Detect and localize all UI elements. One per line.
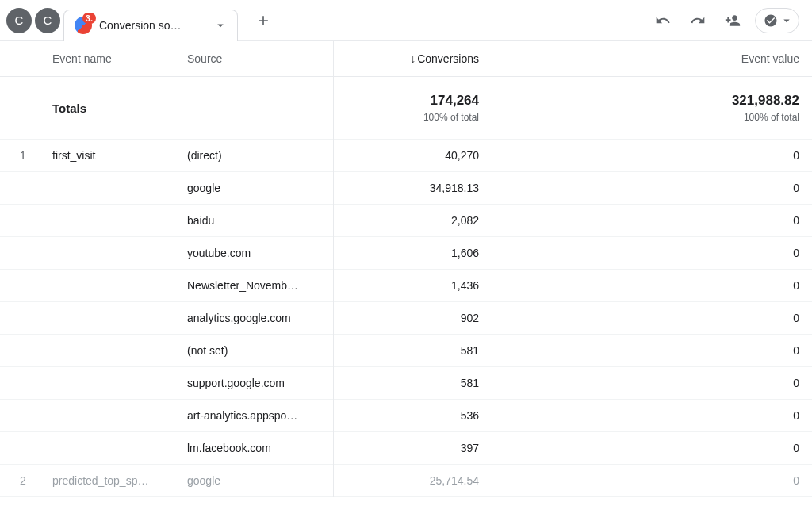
table-row[interactable]: google34,918.130	[0, 172, 812, 205]
row-source: google	[174, 465, 333, 497]
row-event-name: predicted_top_sp…	[40, 465, 174, 497]
row-event-value: 0	[492, 465, 812, 497]
totals-event-value-sub: 100% of total	[504, 112, 799, 123]
row-event-value: 0	[492, 270, 812, 302]
insights-button[interactable]	[755, 8, 799, 33]
row-index	[0, 205, 40, 237]
sort-down-icon: ↓	[410, 52, 416, 65]
row-conversions: 397	[333, 432, 492, 465]
row-source: baidu	[174, 205, 333, 237]
row-index	[0, 172, 40, 205]
row-event-name	[40, 367, 174, 400]
person-add-icon	[725, 13, 741, 29]
row-index	[0, 270, 40, 302]
row-event-name	[40, 432, 174, 465]
row-source: analytics.google.com	[174, 302, 333, 335]
table-row[interactable]: (not set)5810	[0, 335, 812, 367]
row-conversions: 25,714.54	[333, 465, 492, 497]
row-event-value: 0	[492, 335, 812, 367]
redo-icon	[690, 13, 706, 29]
col-index-header	[0, 41, 40, 77]
row-index	[0, 367, 40, 400]
col-source-header[interactable]: Source	[174, 41, 333, 77]
totals-conversions-value: 174,264	[347, 93, 480, 109]
add-tab-button[interactable]	[247, 5, 279, 36]
row-event-value: 0	[492, 205, 812, 237]
row-event-name	[40, 400, 174, 432]
col-event-value-header[interactable]: Event value	[492, 41, 812, 77]
table-row[interactable]: support.google.com5810	[0, 367, 812, 400]
row-conversions: 581	[333, 335, 492, 367]
row-event-name	[40, 335, 174, 367]
table-row[interactable]: analytics.google.com9020	[0, 302, 812, 335]
row-event-value: 0	[492, 172, 812, 205]
row-event-name	[40, 302, 174, 335]
tab-pinned-2[interactable]: C	[35, 8, 60, 33]
row-source: (direct)	[174, 140, 333, 172]
table-row[interactable]: 1first_visit(direct)40,2700	[0, 140, 812, 172]
row-event-name	[40, 205, 174, 237]
row-source: Newsletter_Novemb…	[174, 270, 333, 302]
tab-icon: 3.	[74, 16, 93, 35]
chevron-down-icon	[779, 13, 794, 28]
report-table-container[interactable]: Event name Source ↓Conversions Event val…	[0, 41, 812, 521]
chevron-down-icon[interactable]	[213, 18, 228, 33]
row-conversions: 1,436	[333, 270, 492, 302]
totals-event-value: 321,988.82	[504, 93, 799, 109]
totals-row: Totals 174,264 100% of total 321,988.82 …	[0, 77, 812, 140]
toolbar-right	[650, 8, 806, 33]
table-row[interactable]: youtube.com1,6060	[0, 237, 812, 270]
redo-button[interactable]	[685, 8, 710, 33]
row-index	[0, 302, 40, 335]
tab-badge: 3.	[82, 13, 96, 24]
row-conversions: 34,918.13	[333, 172, 492, 205]
row-index	[0, 432, 40, 465]
undo-button[interactable]	[650, 8, 676, 33]
tab-pinned-1[interactable]: C	[6, 8, 32, 33]
row-conversions: 536	[333, 400, 492, 432]
row-index	[0, 237, 40, 270]
row-source: (not set)	[174, 335, 333, 367]
tab-title: Conversion so…	[99, 19, 182, 32]
share-button[interactable]	[720, 8, 745, 33]
table-row[interactable]: lm.facebook.com3970	[0, 432, 812, 465]
row-index	[0, 335, 40, 367]
row-event-value: 0	[492, 140, 812, 172]
row-source: support.google.com	[174, 367, 333, 400]
row-source: google	[174, 172, 333, 205]
plus-icon	[255, 13, 271, 29]
row-event-name: first_visit	[40, 140, 174, 172]
row-conversions: 2,082	[333, 205, 492, 237]
row-event-value: 0	[492, 400, 812, 432]
row-conversions: 581	[333, 367, 492, 400]
row-event-value: 0	[492, 367, 812, 400]
row-event-name	[40, 172, 174, 205]
row-index	[0, 400, 40, 432]
row-event-name	[40, 237, 174, 270]
row-index: 2	[0, 465, 40, 497]
table-row[interactable]: art-analytics.appspo…5360	[0, 400, 812, 432]
row-conversions: 902	[333, 302, 492, 335]
row-index: 1	[0, 140, 40, 172]
row-event-value: 0	[492, 432, 812, 465]
undo-icon	[655, 13, 671, 29]
row-source: youtube.com	[174, 237, 333, 270]
totals-conversions-sub: 100% of total	[347, 112, 480, 123]
row-event-value: 0	[492, 302, 812, 335]
col-conversions-label: Conversions	[417, 52, 479, 65]
col-conversions-header[interactable]: ↓Conversions	[333, 41, 492, 77]
tab-bar: C C 3. Conversion so…	[0, 0, 812, 41]
table-row[interactable]: Newsletter_Novemb…1,4360	[0, 270, 812, 302]
row-source: art-analytics.appspo…	[174, 400, 333, 432]
totals-label: Totals	[40, 77, 174, 140]
row-event-value: 0	[492, 237, 812, 270]
tab-active[interactable]: 3. Conversion so…	[63, 10, 238, 41]
check-circle-icon	[764, 13, 778, 28]
table-row[interactable]: 2predicted_top_sp…google25,714.540	[0, 465, 812, 497]
row-source: lm.facebook.com	[174, 432, 333, 465]
report-table: Event name Source ↓Conversions Event val…	[0, 41, 812, 497]
col-event-name-header[interactable]: Event name	[40, 41, 174, 77]
table-row[interactable]: baidu2,0820	[0, 205, 812, 237]
row-conversions: 40,270	[333, 140, 492, 172]
row-conversions: 1,606	[333, 237, 492, 270]
